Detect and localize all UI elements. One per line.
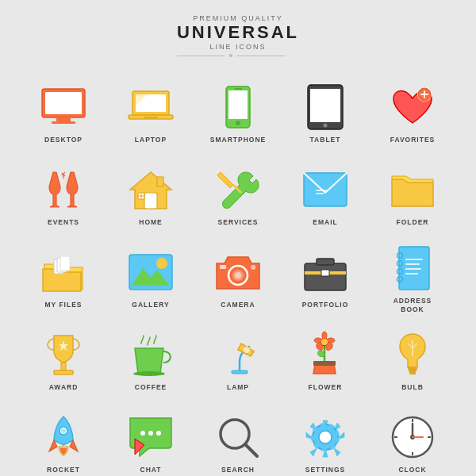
label-camera: CAMERA: [221, 301, 255, 309]
icon-email: EMAIL: [282, 155, 369, 238]
label-folder: FOLDER: [397, 218, 429, 227]
icon-portfolio: PORTFOLIO: [282, 238, 369, 321]
svg-rect-32: [316, 193, 324, 194]
svg-rect-28: [157, 177, 163, 186]
divider: [177, 54, 299, 57]
label-desktop: DESKTOP: [44, 136, 83, 144]
icon-clock: CLOCK: [369, 403, 456, 476]
svg-rect-42: [220, 265, 226, 269]
header-title: UNIVERSAL: [177, 22, 299, 43]
icon-home: HOME: [107, 155, 194, 238]
svg-point-80: [61, 428, 66, 433]
label-services: SERVICES: [218, 218, 259, 227]
svg-point-67: [322, 332, 327, 340]
icon-tablet: TABLET: [282, 73, 369, 155]
icon-bulb: BULB: [369, 321, 456, 403]
label-laptop: LAPTOP: [135, 136, 167, 144]
header: PREMIUM QUALITY UNIVERSAL LINE ICONS: [177, 0, 299, 73]
icon-rocket: ROCKET: [20, 403, 107, 476]
svg-rect-8: [144, 117, 158, 118]
svg-rect-75: [409, 372, 416, 374]
svg-rect-31: [316, 190, 327, 191]
label-tablet: TABLET: [310, 136, 341, 144]
icon-smartphone: SMARTPHONE: [194, 73, 282, 155]
svg-rect-54: [405, 263, 420, 265]
svg-line-85: [245, 444, 257, 456]
icon-award: AWARD: [20, 321, 107, 403]
label-award: AWARD: [49, 383, 79, 392]
svg-rect-57: [61, 363, 66, 370]
svg-point-81: [140, 431, 145, 436]
svg-rect-10: [228, 90, 248, 119]
label-portfolio: PORTFOLIO: [302, 301, 349, 309]
icon-address-book: ADDRESSBOOK: [369, 238, 456, 321]
header-subtitle: PREMIUM QUALITY: [177, 14, 299, 22]
svg-rect-44: [305, 263, 346, 290]
svg-rect-14: [310, 89, 340, 122]
label-favorites: FAVORITES: [390, 136, 436, 144]
svg-point-38: [156, 258, 167, 269]
svg-point-83: [156, 431, 161, 436]
icon-services: SERVICES: [194, 155, 282, 238]
label-gallery: GALLERY: [132, 301, 169, 309]
svg-rect-12: [234, 88, 242, 90]
svg-rect-1: [45, 92, 82, 114]
label-home: HOME: [139, 218, 163, 227]
svg-point-11: [236, 121, 240, 125]
svg-rect-2: [56, 117, 71, 121]
label-settings: SETTINGS: [305, 466, 346, 474]
svg-point-87: [319, 431, 332, 443]
svg-rect-3: [52, 121, 75, 124]
svg-rect-61: [232, 370, 248, 374]
icon-camera: CAMERA: [194, 238, 282, 321]
svg-point-69: [314, 338, 322, 343]
svg-point-72: [321, 339, 328, 345]
svg-point-41: [235, 272, 241, 278]
label-events: EVENTS: [48, 218, 79, 227]
svg-rect-64: [313, 361, 336, 366]
svg-point-60: [133, 371, 165, 376]
svg-point-68: [327, 338, 335, 343]
icon-folder: FOLDER: [369, 155, 456, 238]
label-clock: CLOCK: [398, 466, 426, 474]
svg-rect-24: [144, 193, 157, 209]
svg-rect-58: [54, 370, 73, 374]
header-desc: LINE ICONS: [177, 43, 299, 51]
icon-settings: SETTINGS: [282, 403, 369, 476]
svg-point-43: [251, 265, 255, 270]
icon-coffee: COFFEE: [107, 321, 194, 403]
icon-search: SEARCH: [194, 403, 282, 476]
icon-desktop: DESKTOP: [20, 73, 107, 155]
label-flower: FLOWER: [309, 383, 343, 392]
label-lamp: LAMP: [227, 383, 249, 392]
icons-grid: DESKTOP LAPTOP SMARTPHONE: [20, 73, 456, 476]
icon-chat: CHAT: [107, 403, 194, 476]
svg-rect-73: [408, 367, 417, 370]
icon-flower: FLOWER: [282, 321, 369, 403]
icon-favorites: FAVORITES: [369, 73, 456, 155]
label-my-files: MY FILES: [44, 301, 82, 309]
label-chat: CHAT: [140, 466, 162, 474]
label-address-book: ADDRESSBOOK: [393, 297, 432, 314]
label-email: EMAIL: [313, 218, 337, 227]
svg-point-82: [148, 431, 153, 436]
icon-laptop: LAPTOP: [107, 73, 194, 155]
label-bulb: BULB: [401, 383, 424, 392]
svg-rect-47: [321, 270, 329, 276]
svg-rect-53: [405, 259, 423, 260]
label-search: SEARCH: [221, 466, 255, 474]
icon-gallery: GALLERY: [107, 238, 194, 321]
label-smartphone: SMARTPHONE: [210, 136, 266, 144]
svg-rect-56: [405, 273, 418, 274]
svg-point-63: [244, 347, 250, 353]
label-rocket: ROCKET: [47, 466, 80, 474]
icon-events: EVENTS: [20, 155, 107, 238]
svg-rect-35: [60, 256, 70, 271]
icon-my-files: MY FILES: [20, 238, 107, 321]
svg-rect-74: [409, 370, 416, 372]
label-coffee: COFFEE: [135, 383, 167, 392]
icon-lamp: LAMP: [194, 321, 282, 403]
svg-rect-45: [317, 259, 334, 265]
svg-rect-55: [405, 268, 421, 270]
svg-point-15: [324, 124, 328, 128]
